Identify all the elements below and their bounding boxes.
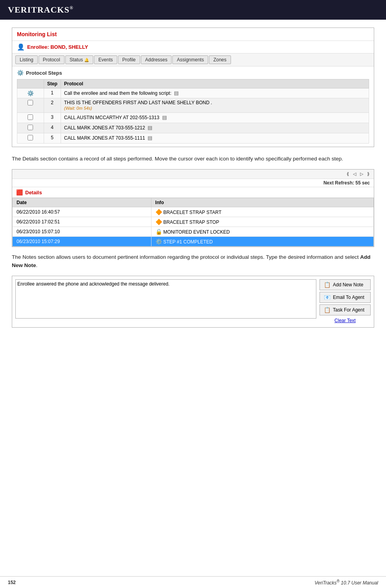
col-header-protocol: Protocol [61,79,369,88]
footer: 152 VeriTracks® 10.7 User Manual [0,576,386,588]
col-header-step: Step [44,79,61,88]
nav-first[interactable]: ⟪ [345,171,350,177]
script-icon: ▤ [162,114,167,120]
tab-addresses[interactable]: Addresses [141,55,172,64]
step-number: 3 [44,113,61,123]
page-number: 152 [8,580,16,585]
nav-prev[interactable]: ◁ [352,171,357,177]
table-row: 3 CALL AUSTIN MCCARTHY AT 202-555-1313 ▤ [17,113,369,123]
lock-icon: 🔒 [155,229,162,235]
header: VeriTracks® [0,0,386,20]
add-new-note-button[interactable]: 📋 Add New Note [320,279,371,290]
table-row: 06/23/2010 15:07:10 🔒 MONITORED EVENT LO… [13,227,374,237]
notes-textarea[interactable]: Enrollee answered the phone and acknowle… [15,279,316,319]
table-row: 4 CALL MARK JONES AT 703-555-1212 ▤ [17,123,369,133]
tab-bar: Listing Protocol Status 🔔 Events Profile… [12,53,374,66]
details-label-icon: 🟥 [16,189,23,195]
step-icon-cell [17,98,44,113]
table-row: 2 THIS IS THE OFFENDERS FIRST AND LAST N… [17,98,369,113]
step-completed-icon: ⚙️ [27,90,34,96]
nav-last[interactable]: ⟫ [366,171,371,177]
step-icon-cell: ⚙️ [17,88,44,98]
table-row: ⚙️ 1 Call the enrollee and read them the… [17,88,369,98]
step-checkbox[interactable] [28,114,33,120]
notes-textarea-wrap: Enrollee answered the phone and acknowle… [15,279,316,324]
table-row: 5 CALL MARK JONES AT 703-555-1111 ▤ [17,133,369,144]
detail-info: 🔶 BRACELET STRAP STOP [151,217,373,227]
step-text: CALL MARK JONES AT 703-555-1212 ▤ [61,123,369,133]
enrollee-icon: 👤 [17,43,25,51]
script-icon: ▤ [148,125,152,131]
col-header-check [17,79,44,88]
col-header-info: Info [151,198,373,207]
step-text: THIS IS THE OFFENDERS FIRST AND LAST NAM… [61,98,369,113]
details-nav: ⟪ ◁ ▷ ⟫ [12,170,374,179]
refresh-bar: Next Refresh: 55 sec [12,179,374,187]
step-icon-cell [17,123,44,133]
detail-date: 06/23/2010 15:07:29 [13,237,151,247]
table-row: 06/23/2010 15:07:29 ⚙️ STEP #1 COMPLETED [13,237,374,247]
bracelet-icon: 🔶 [155,209,162,215]
script-icon: ▤ [174,90,179,96]
step-icon-cell [17,113,44,123]
step-checkbox[interactable] [28,100,33,105]
description-details: The Details section contains a record of… [12,155,374,163]
logo: VeriTracks® [8,5,74,15]
add-note-icon: 📋 [324,282,331,288]
protocol-icon: ⚙️ [17,70,24,76]
step-text: CALL MARK JONES AT 703-555-1111 ▤ [61,133,369,144]
detail-date: 06/22/2010 17:02:51 [13,217,151,227]
main-content: Monitoring List 👤 Enrollee: BOND, SHELLY… [0,20,386,343]
step-number: 2 [44,98,61,113]
tab-assignments[interactable]: Assignments [172,55,208,64]
script-icon: ▤ [148,135,152,141]
tab-profile[interactable]: Profile [118,55,140,64]
footer-title: VeriTracks® 10.7 User Manual [315,579,378,586]
step-icon-cell [17,133,44,144]
details-table: Date Info 06/22/2010 16:40:57 🔶 BRACELET… [12,198,374,247]
step-text: Call the enrollee and read them the foll… [61,88,369,98]
step-number: 1 [44,88,61,98]
tab-protocol[interactable]: Protocol [39,55,65,64]
monitoring-title: Monitoring List [12,28,374,41]
step-checkbox[interactable] [28,135,33,140]
col-header-date: Date [13,198,151,207]
notes-panel: Enrollee answered the phone and acknowle… [12,276,374,328]
details-label: 🟥 Details [12,187,374,198]
status-icon: 🔔 [84,58,89,62]
step-checkbox[interactable] [28,125,33,130]
table-row: 06/22/2010 16:40:57 🔶 BRACELET STRAP STA… [13,207,374,217]
detail-date: 06/23/2010 15:07:10 [13,227,151,237]
tab-listing[interactable]: Listing [15,55,38,64]
protocol-header: ⚙️ Protocol Steps [17,70,369,76]
tab-zones[interactable]: Zones [209,55,231,64]
details-panel: ⟪ ◁ ▷ ⟫ Next Refresh: 55 sec 🟥 Details D… [12,169,374,247]
bracelet-icon: 🔶 [155,219,162,225]
detail-info: ⚙️ STEP #1 COMPLETED [151,237,373,247]
tab-events[interactable]: Events [94,55,117,64]
detail-date: 06/22/2010 16:40:57 [13,207,151,217]
nav-next[interactable]: ▷ [359,171,364,177]
description-notes: The Notes section allows users to docume… [12,253,374,269]
step-text: CALL AUSTIN MCCARTHY AT 202-555-1313 ▤ [61,113,369,123]
email-icon: 📧 [324,294,331,300]
step-done-icon: ⚙️ [155,238,162,245]
tab-status[interactable]: Status 🔔 [65,55,93,64]
notes-buttons: 📋 Add New Note 📧 Email To Agent 📋 Task F… [320,279,371,324]
step-number: 5 [44,133,61,144]
detail-info: 🔒 MONITORED EVENT LOCKED [151,227,373,237]
task-icon: 📋 [324,307,331,313]
monitoring-panel: Monitoring List 👤 Enrollee: BOND, SHELLY… [12,28,374,147]
table-row: 06/22/2010 17:02:51 🔶 BRACELET STRAP STO… [13,217,374,227]
email-to-agent-button[interactable]: 📧 Email To Agent [320,292,371,303]
detail-info: 🔶 BRACELET STRAP START [151,207,373,217]
enrollee-header: 👤 Enrollee: BOND, SHELLY [12,41,374,53]
clear-text-link[interactable]: Clear Text [320,317,371,324]
notes-inner: Enrollee answered the phone and acknowle… [12,276,374,327]
protocol-section: ⚙️ Protocol Steps Step Protocol ⚙️ [12,66,374,147]
task-for-agent-button[interactable]: 📋 Task For Agent [320,304,371,315]
steps-table: Step Protocol ⚙️ 1 Call the enrollee and… [17,79,369,144]
step-number: 4 [44,123,61,133]
wait-text: (Wait: 0m 54s) [64,106,92,111]
